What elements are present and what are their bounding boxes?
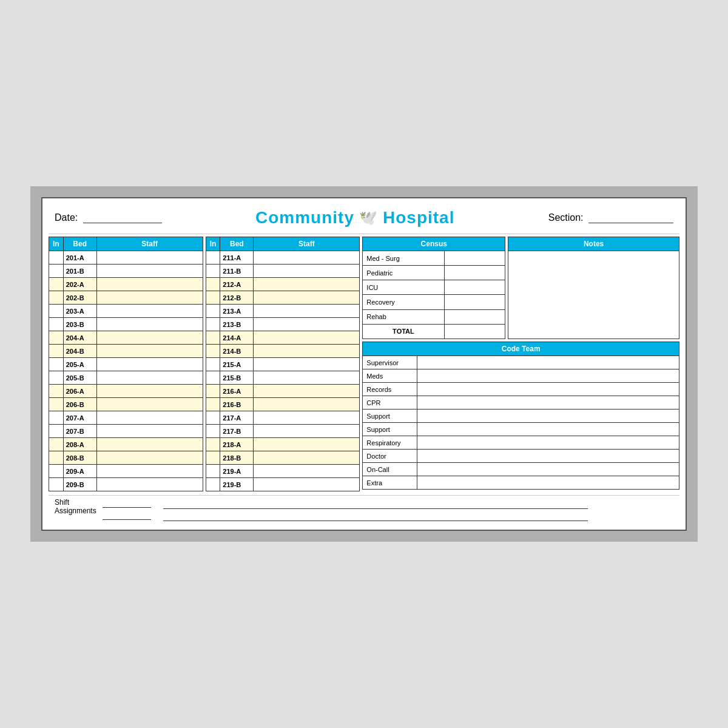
census-value	[444, 251, 505, 266]
left-bed-row: 204-A	[49, 331, 203, 345]
date-input-line	[83, 223, 162, 223]
bird-icon: 🕊️	[359, 209, 378, 226]
code-team-value	[417, 383, 679, 396]
left-bed-row: 202-A	[49, 278, 203, 291]
right-bed-row: 212-A	[206, 278, 360, 291]
left-in-cell	[49, 385, 64, 398]
left-bed-row: 207-A	[49, 411, 203, 425]
code-team-label: Meds	[363, 369, 417, 383]
right-bed-cell: 216-B	[220, 398, 254, 411]
notes-header: Notes	[508, 237, 679, 251]
right-bed-cell: 217-B	[220, 425, 254, 438]
right-bed-row: 212-B	[206, 291, 360, 305]
right-in-cell	[206, 345, 220, 358]
right-bed-cell: 217-A	[220, 411, 254, 425]
left-staff-cell	[96, 385, 203, 398]
date-label: Date:	[55, 212, 78, 223]
code-team-value	[417, 410, 679, 423]
section-label: Section:	[548, 212, 584, 223]
left-in-cell	[49, 331, 64, 345]
code-team-label: Extra	[363, 476, 417, 490]
right-in-cell	[206, 358, 220, 371]
right-bed-cell: 215-B	[220, 371, 254, 385]
left-bed-row: 207-B	[49, 425, 203, 438]
left-staff-cell	[96, 345, 203, 358]
footer-row: Shift Assignments	[49, 495, 679, 524]
left-bed-row: 203-A	[49, 305, 203, 318]
left-bed-cell: 205-B	[63, 371, 96, 385]
right-in-header: In	[206, 237, 220, 251]
census-row: TOTAL	[363, 324, 505, 339]
left-in-header: In	[49, 237, 64, 251]
left-staff-cell	[96, 331, 203, 345]
left-bed-cell: 208-B	[63, 451, 96, 465]
code-team-value	[417, 356, 679, 369]
code-team-value	[417, 463, 679, 476]
code-team-value	[417, 476, 679, 490]
right-in-cell	[206, 371, 220, 385]
left-in-cell	[49, 358, 64, 371]
right-bed-cell: 214-A	[220, 331, 254, 345]
right-staff-cell	[254, 438, 360, 451]
right-staff-cell	[254, 358, 360, 371]
code-team-row: Records	[363, 383, 679, 396]
census-row: Recovery	[363, 295, 505, 309]
left-bed-cell: 206-A	[63, 385, 96, 398]
header-row: Date: Community 🕊️ Hospital Section:	[49, 204, 679, 234]
right-bed-row: 218-A	[206, 438, 360, 451]
left-in-cell	[49, 451, 64, 465]
census-label: Med - Surg	[363, 251, 444, 266]
left-staff-cell	[96, 451, 203, 465]
code-team-row: Support	[363, 410, 679, 423]
left-staff-cell	[96, 411, 203, 425]
right-in-cell	[206, 318, 220, 331]
footer-long-lines	[163, 498, 673, 521]
census-label: TOTAL	[363, 324, 444, 339]
census-row: Rehab	[363, 309, 505, 324]
right-bed-cell: 219-A	[220, 465, 254, 478]
left-bed-row: 201-A	[49, 251, 203, 265]
left-in-cell	[49, 251, 64, 265]
hospital-title: Community 🕊️ Hospital	[255, 208, 454, 228]
right-bed-row: 216-A	[206, 385, 360, 398]
right-bed-table: In Bed Staff 211-A 211-B 212-A 212-B 213…	[206, 237, 360, 491]
right-bed-row: 215-B	[206, 371, 360, 385]
main-content: In Bed Staff 201-A 201-B 202-A 202-B 203…	[49, 237, 679, 491]
right-in-cell	[206, 438, 220, 451]
code-team-label: On-Call	[363, 463, 417, 476]
left-bed-row: 208-B	[49, 451, 203, 465]
date-field: Date:	[55, 212, 162, 223]
notes-content	[508, 251, 679, 339]
right-in-cell	[206, 411, 220, 425]
code-team-row: Extra	[363, 476, 679, 490]
census-value	[444, 295, 505, 309]
right-staff-cell	[254, 265, 360, 278]
right-staff-cell	[254, 478, 360, 491]
right-section: Census Med - Surg Pediatric ICU Recovery…	[362, 237, 679, 491]
left-bed-cell: 202-B	[63, 291, 96, 305]
left-bed-cell: 203-B	[63, 318, 96, 331]
code-team-label: Supervisor	[363, 356, 417, 369]
right-bed-cell: 211-A	[220, 251, 254, 265]
code-team-row: Support	[363, 423, 679, 436]
right-in-cell	[206, 305, 220, 318]
right-staff-cell	[254, 305, 360, 318]
right-bed-row: 217-B	[206, 425, 360, 438]
right-staff-cell	[254, 331, 360, 345]
code-team-header: Code Team	[363, 342, 679, 356]
left-bed-cell: 209-B	[63, 478, 96, 491]
right-staff-cell	[254, 425, 360, 438]
form-container: Date: Community 🕊️ Hospital Section: In	[41, 197, 687, 531]
footer-long-line-2	[163, 511, 588, 521]
right-staff-cell	[254, 451, 360, 465]
census-label: Rehab	[363, 309, 444, 324]
census-value	[444, 280, 505, 295]
left-in-cell	[49, 265, 64, 278]
left-staff-cell	[96, 291, 203, 305]
left-in-cell	[49, 318, 64, 331]
left-bed-row: 208-A	[49, 438, 203, 451]
right-bed-header: Bed	[220, 237, 254, 251]
left-bed-cell: 201-B	[63, 265, 96, 278]
census-value	[444, 266, 505, 280]
left-staff-cell	[96, 371, 203, 385]
